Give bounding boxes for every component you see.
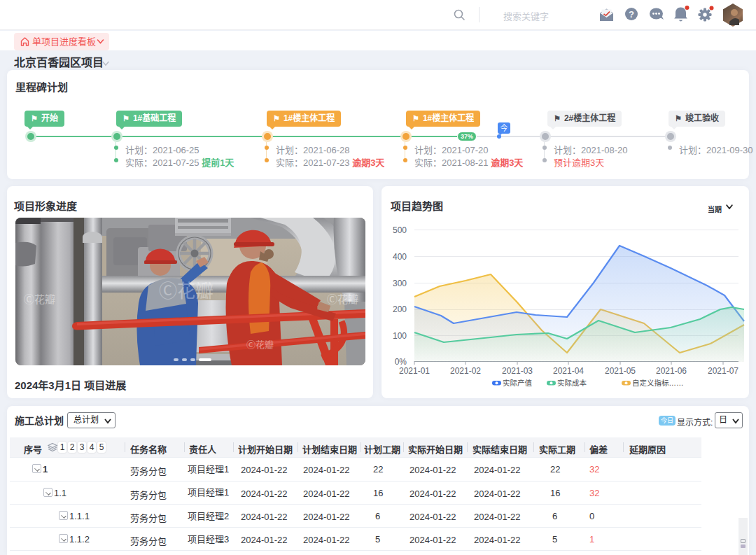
svg-text:2021-04: 2021-04 [553, 366, 584, 376]
svg-text:Ⓒ花瓣: Ⓒ花瓣 [246, 339, 274, 350]
svg-text:?: ? [629, 9, 634, 20]
svg-text:2021-07: 2021-07 [708, 366, 738, 376]
svg-text:2021-06: 2021-06 [656, 366, 687, 376]
svg-text:400: 400 [393, 252, 407, 262]
svg-text:2021-01: 2021-01 [399, 366, 430, 376]
svg-text:2021-05: 2021-05 [605, 366, 636, 376]
svg-text:500: 500 [393, 225, 407, 235]
svg-text:Ⓒ花瓣: Ⓒ花瓣 [159, 281, 214, 302]
svg-text:实际成本: 实际成本 [557, 379, 587, 387]
svg-text:Ⓒ花瓣: Ⓒ花瓣 [327, 293, 358, 305]
svg-text:Ⓒ花瓣: Ⓒ花瓣 [24, 293, 55, 305]
svg-text:自定义指标……: 自定义指标…… [632, 379, 684, 387]
svg-text:2021-03: 2021-03 [502, 366, 533, 376]
svg-text:300: 300 [393, 279, 407, 288]
svg-text:实际产值: 实际产值 [503, 379, 532, 387]
svg-text:0%: 0% [395, 357, 407, 367]
svg-text:100: 100 [393, 331, 407, 341]
svg-text:2021-02: 2021-02 [450, 366, 481, 376]
svg-text:200: 200 [393, 304, 407, 314]
